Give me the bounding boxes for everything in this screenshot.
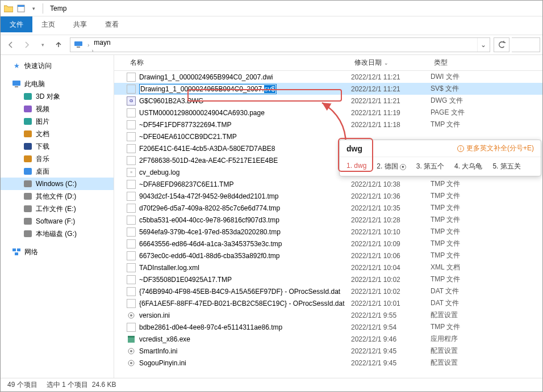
file-row[interactable]: Drawing1_1_0000024965B994C0_2007.sv$2022… xyxy=(114,83,542,95)
sidebar-item[interactable]: 视频 xyxy=(1,103,114,115)
sidebar-item-label: 下载 xyxy=(36,142,49,151)
search-input[interactable] xyxy=(512,37,540,52)
column-name[interactable]: 名称 xyxy=(127,58,351,68)
file-date: 2022/12/1 10:01 xyxy=(348,300,427,307)
file-row[interactable]: TADInstaller.log.xml2022/12/1 10:04XML 文… xyxy=(114,262,542,273)
rename-input[interactable]: Drawing1_1_0000024965B994C0_2007.sv$ xyxy=(139,84,277,94)
qat-dropdown-icon[interactable]: ▾ xyxy=(28,3,39,14)
sidebar-this-pc[interactable]: 此电脑 xyxy=(1,78,114,90)
file-type: TMP 文件 xyxy=(427,120,495,129)
refresh-button[interactable] xyxy=(494,37,509,52)
file-name: d70f29e6-d5a7-409a-8202-85c7c6e6d774.tmp xyxy=(139,204,280,212)
file-row[interactable]: ~DFA8EFD968237C6E11.TMP2022/12/1 10:38TM… xyxy=(114,178,542,190)
file-row[interactable]: SmartInfo.ini2022/12/1 9:45配置设置 xyxy=(114,345,542,357)
chevron-right-icon[interactable]: › xyxy=(90,48,94,52)
file-row[interactable]: 66643556-ed86-46d4-a1ca-3a3453753e3c.tmp… xyxy=(114,238,542,250)
file-type: XML 文档 xyxy=(427,263,495,272)
svg-rect-6 xyxy=(12,248,16,251)
ime-candidate[interactable]: 5. 第五关 xyxy=(492,162,520,171)
drive-icon xyxy=(23,104,32,113)
sidebar-item[interactable]: 工作文件 (E:) xyxy=(1,203,114,215)
file-row[interactable]: GG$C9601B2A3.DWG2022/12/1 11:21DWG 文件 xyxy=(114,95,542,107)
file-name: ~DFE04EA610CCB9DC21.TMP xyxy=(139,133,237,141)
ime-hint[interactable]: i 更多英文补全(分号+E) xyxy=(457,144,534,153)
ime-candidates[interactable]: 1. dwg2. 德国✦3. 第五个4. 大乌龟5. 第五关 xyxy=(340,157,541,176)
sidebar-item[interactable]: 音乐 xyxy=(1,153,114,165)
svg-rect-2 xyxy=(74,41,82,46)
file-row[interactable]: ~DF35508D1E04925A17.TMP2022/12/1 10:02TM… xyxy=(114,273,542,285)
nav-recent-dropdown[interactable]: ▾ xyxy=(35,37,51,53)
sidebar-item[interactable]: Windows (C:) xyxy=(1,178,114,190)
file-name-cell: {6FA1AE5F-88FF-47ED-B021-BCB2C58EC19C} -… xyxy=(127,299,348,308)
file-row[interactable]: {6FA1AE5F-88FF-47ED-B021-BCB2C58EC19C} -… xyxy=(114,297,542,309)
file-type: SV$ 文件 xyxy=(427,84,495,94)
file-row[interactable]: vcredist_x86.exe2022/12/1 9:46应用程序 xyxy=(114,333,542,345)
sidebar-item[interactable]: 图片 xyxy=(1,115,114,128)
file-row[interactable]: 5694efa9-379b-4ce1-97ed-853da2020280.tmp… xyxy=(114,226,542,238)
ime-candidate[interactable]: 1. dwg xyxy=(346,162,366,171)
tab-home[interactable]: 主页 xyxy=(32,16,64,32)
sidebar-quick-access[interactable]: ★ 快速访问 xyxy=(1,60,114,72)
qat-properties-icon[interactable] xyxy=(15,3,27,14)
sidebar-item[interactable]: 下载 xyxy=(1,140,114,153)
file-name-cell: ~DF54F1FDF877322694.TMP xyxy=(127,120,348,129)
file-row[interactable]: 9043d2cf-154a-472f-9452-9e8d4ded2101.tmp… xyxy=(114,190,542,202)
nav-up[interactable] xyxy=(51,37,66,53)
file-row[interactable]: ~DF54F1FDF877322694.TMP2022/12/1 11:18TM… xyxy=(114,119,542,130)
file-row[interactable]: Drawing1_1_0000024965B994C0_2007.dwi2022… xyxy=(114,71,542,83)
file-row[interactable]: SogouPinyin.ini2022/12/1 9:45配置设置 xyxy=(114,357,542,369)
drive-icon xyxy=(23,179,32,188)
breadcrumb-box[interactable]: › 此电脑›Windows (C:)›用户›mayn›AppData›Local… xyxy=(70,37,490,52)
file-name-cell: bdbe2861-d0e4-4ee8-97c4-e5114311ae86.tmp xyxy=(127,323,348,332)
sidebar-item-label: 图片 xyxy=(36,117,49,127)
file-row[interactable]: USTM00001298000024904CA6930.page2022/12/… xyxy=(114,107,542,119)
file-row[interactable]: bdbe2861-d0e4-4ee8-97c4-e5114311ae86.tmp… xyxy=(114,321,542,333)
sidebar-item-label: 工作文件 (E:) xyxy=(36,204,76,214)
chevron-right-icon[interactable]: › xyxy=(86,42,90,48)
file-row[interactable]: c5bba531-e004-40cc-9e78-96816cf907d3.tmp… xyxy=(114,214,542,226)
file-date: 2022/12/1 10:02 xyxy=(348,276,427,284)
file-row[interactable]: 6673ec0c-edd6-40d1-88d6-cba353a892f0.tmp… xyxy=(114,250,542,262)
ime-candidate[interactable]: 2. 德国✦ xyxy=(377,162,406,171)
file-name-cell: 6673ec0c-edd6-40d1-88d6-cba353a892f0.tmp xyxy=(127,251,348,260)
sidebar-item[interactable]: 其他文件 (D:) xyxy=(1,190,114,203)
tab-share[interactable]: 共享 xyxy=(64,16,96,32)
sidebar-label: 此电脑 xyxy=(24,79,45,89)
file-name: vcredist_x86.exe xyxy=(139,335,190,343)
sidebar-item-label: Windows (C:) xyxy=(36,180,77,188)
file-date: 2022/12/1 9:55 xyxy=(348,311,427,319)
tab-view[interactable]: 查看 xyxy=(96,16,128,32)
path-dropdown[interactable]: ⌄ xyxy=(477,38,488,52)
file-date: 2022/12/1 11:19 xyxy=(348,109,427,117)
file-name: ~DF54F1FDF877322694.TMP xyxy=(139,121,231,129)
file-name-cell: Drawing1_1_0000024965B994C0_2007.sv$ xyxy=(127,84,348,94)
file-type: 配置设置 xyxy=(427,346,495,356)
chevron-right-icon[interactable]: › xyxy=(90,37,94,38)
nav-back[interactable] xyxy=(3,37,19,53)
tab-file[interactable]: 文件 xyxy=(1,16,32,32)
file-name: SogouPinyin.ini xyxy=(139,359,186,367)
ime-candidate[interactable]: 3. 第五个 xyxy=(416,162,444,171)
column-type[interactable]: 类型 xyxy=(431,58,499,68)
file-name-cell: USTM00001298000024904CA6930.page xyxy=(127,108,348,117)
file-list[interactable]: 名称 修改日期 ⌄ 类型 Drawing1_1_0000024965B994C0… xyxy=(114,55,542,378)
sidebar-item[interactable]: 桌面 xyxy=(1,165,114,178)
sidebar-item[interactable]: Software (F:) xyxy=(1,215,114,227)
file-row[interactable]: {746B9940-4F98-45EB-B4C9-A15A56EF97DF} -… xyxy=(114,285,542,297)
column-date[interactable]: 修改日期 ⌄ xyxy=(351,58,431,68)
file-name-cell: {746B9940-4F98-45EB-B4C9-A15A56EF97DF} -… xyxy=(127,287,348,296)
sidebar-item-label: 本地磁盘 (G:) xyxy=(36,229,77,239)
sidebar-item[interactable]: 本地磁盘 (G:) xyxy=(1,227,114,240)
nav-forward[interactable] xyxy=(19,37,35,53)
drive-icon xyxy=(23,192,32,201)
sidebar-item[interactable]: 3D 对象 xyxy=(1,90,114,103)
ime-candidate[interactable]: 4. 大乌龟 xyxy=(454,162,482,171)
breadcrumb-segment[interactable]: mayn xyxy=(90,39,138,47)
ime-popup: dwg i 更多英文补全(分号+E) 1. dwg2. 德国✦3. 第五个4. … xyxy=(339,140,541,176)
svg-rect-4 xyxy=(12,81,20,86)
sidebar-network[interactable]: 网络 xyxy=(1,246,114,258)
file-row[interactable]: d70f29e6-d5a7-409a-8202-85c7c6e6d774.tmp… xyxy=(114,202,542,214)
file-date: 2022/12/1 11:21 xyxy=(348,97,427,105)
sidebar-item[interactable]: 文档 xyxy=(1,128,114,140)
file-row[interactable]: version.ini2022/12/1 9:55配置设置 xyxy=(114,309,542,321)
